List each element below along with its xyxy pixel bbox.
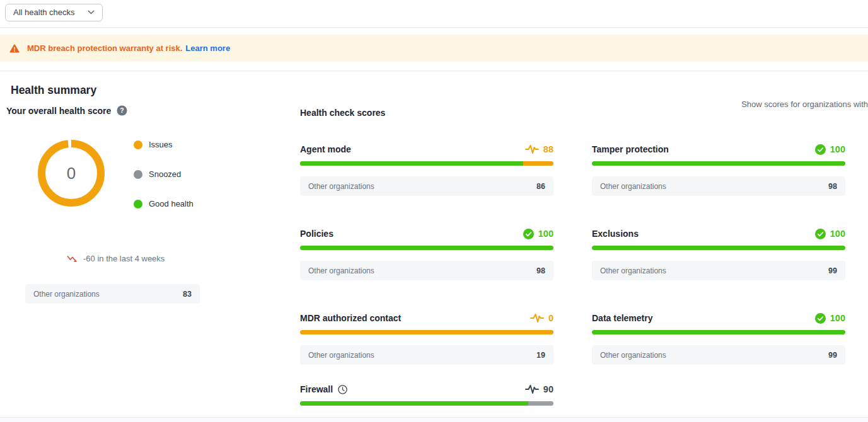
bottom-divider	[0, 417, 868, 422]
score-card-data-telemetry: Data telemetry 100 Other organizations 9…	[592, 312, 845, 365]
legend-item-good-health: Good health	[134, 199, 194, 208]
issues-count: 0	[37, 139, 106, 208]
help-icon[interactable]: ?	[117, 105, 127, 116]
comparison-box: Other organizations 98	[592, 176, 845, 196]
score-bar	[300, 330, 553, 334]
score-card-agent-mode: Agent mode 88 Other organizations 86	[300, 143, 553, 196]
score-card-mdr-authorized-contact: MDR authorized contact 0 Other organizat…	[300, 312, 553, 365]
overall-health-panel: Your overall health score ? 0	[6, 105, 199, 406]
comparison-value: 98	[536, 266, 545, 275]
check-icon	[815, 144, 826, 155]
banner-message: MDR breach protection warranty at risk.	[27, 43, 182, 53]
check-icon	[523, 229, 534, 239]
legend-label: Issues	[149, 140, 173, 149]
score-value: 100	[830, 313, 845, 323]
warning-triangle-icon	[9, 44, 20, 53]
issues-dot-icon	[134, 140, 142, 149]
issues-donut-chart: 0	[37, 139, 106, 208]
comparison-label: Other organizations	[600, 351, 666, 360]
comparison-label: Other organizations	[33, 290, 100, 299]
score-card-firewall: Firewall 90 Other organiz	[300, 383, 553, 406]
score-value: 100	[830, 144, 845, 154]
score-value: 0	[548, 313, 553, 323]
comparison-label: Other organizations	[308, 351, 374, 360]
check-icon	[815, 229, 826, 239]
comparison-box: Other organizations 19	[300, 345, 553, 365]
donut-legend: Issues Snoozed Good health	[134, 139, 194, 229]
check-name: Firewall	[300, 384, 333, 394]
comparison-value: 83	[183, 290, 192, 299]
comparison-label: Other organizations	[308, 266, 374, 275]
show-scores-label: Show scores for organizations with	[741, 100, 868, 109]
score-card-policies: Policies 100 Other organizations 98	[300, 227, 553, 280]
comparison-value: 19	[536, 351, 545, 360]
page-title: Health summary	[11, 84, 868, 97]
score-bar-fill	[592, 246, 845, 250]
legend-item-issues: Issues	[134, 140, 194, 149]
legend-label: Snoozed	[149, 169, 181, 179]
score-bar	[300, 401, 553, 406]
section-divider	[0, 71, 868, 71]
score-value: 90	[543, 384, 553, 394]
check-icon	[815, 313, 826, 324]
check-name: MDR authorized contact	[300, 313, 401, 323]
main-content: Health summary Show scores for organizat…	[0, 84, 868, 406]
check-name: Exclusions	[592, 229, 639, 239]
comparison-box: Other organizations 86	[300, 176, 553, 196]
learn-more-link[interactable]: Learn more	[185, 43, 230, 53]
legend-item-snoozed: Snoozed	[134, 169, 194, 179]
score-card-exclusions: Exclusions 100 Other organizations 99	[592, 227, 845, 280]
score-bar	[592, 161, 845, 166]
comparison-box: Other organizations 99	[592, 345, 845, 365]
warning-banner: MDR breach protection warranty at risk. …	[0, 35, 868, 62]
comparison-box: Other organizations 98	[300, 261, 553, 280]
score-bar-fill	[300, 246, 553, 250]
check-name: Policies	[300, 229, 333, 239]
score-card-tamper-protection: Tamper protection 100 Other organization…	[592, 143, 845, 196]
toolbar: All health checks	[0, 0, 868, 28]
score-bar	[300, 246, 553, 250]
chevron-down-icon	[88, 10, 95, 14]
score-bar-fill	[592, 161, 845, 166]
check-name: Tamper protection	[592, 144, 669, 154]
health-check-filter-dropdown[interactable]: All health checks	[5, 4, 103, 21]
score-bar-fill	[592, 330, 845, 334]
score-bar-fill	[300, 161, 523, 166]
trend-text: -60 in the last 4 weeks	[83, 254, 165, 263]
health-check-scores-panel: Health check scores Agent mode 88 Other …	[300, 105, 845, 406]
overall-health-title: Your overall health score	[6, 106, 111, 116]
score-value: 88	[543, 144, 553, 154]
comparison-value: 98	[828, 182, 837, 191]
svg-text:?: ?	[120, 106, 124, 114]
filter-selected-value: All health checks	[13, 8, 75, 17]
good-health-dot-icon	[134, 200, 142, 208]
comparison-label: Other organizations	[600, 182, 666, 191]
scores-section-title: Health check scores	[300, 108, 845, 118]
comparison-box: Other organizations 99	[592, 261, 845, 280]
pulse-icon	[525, 384, 539, 394]
score-bar	[592, 246, 845, 250]
score-bar-fill	[300, 401, 528, 406]
pulse-icon	[530, 313, 544, 323]
score-value: 100	[538, 229, 553, 239]
legend-label: Good health	[149, 199, 194, 208]
trend-down-icon	[67, 255, 78, 263]
check-name: Agent mode	[300, 144, 351, 154]
check-name: Data telemetry	[592, 313, 653, 323]
score-bar	[592, 330, 845, 334]
snoozed-dot-icon	[134, 170, 142, 179]
comparison-value: 99	[828, 351, 837, 360]
comparison-value: 99	[828, 266, 837, 275]
score-value: 100	[830, 229, 845, 239]
comparison-label: Other organizations	[308, 182, 374, 191]
comparison-label: Other organizations	[600, 266, 666, 275]
overall-comparison-box: Other organizations 83	[25, 284, 200, 304]
clock-icon[interactable]	[338, 385, 347, 394]
score-bar	[300, 161, 553, 166]
comparison-value: 86	[536, 182, 545, 191]
pulse-icon	[525, 144, 539, 154]
